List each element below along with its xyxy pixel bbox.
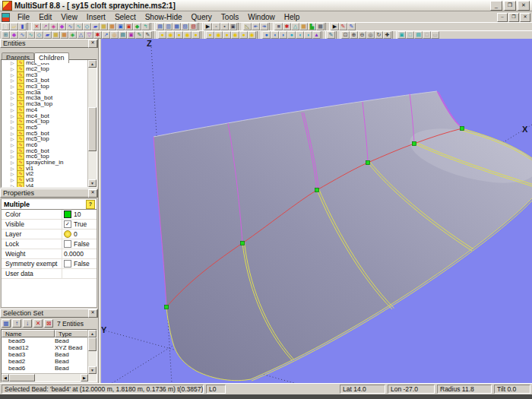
insert-line-icon[interactable]: ∿ xyxy=(18,31,27,39)
help-pin-icon[interactable]: ? xyxy=(86,200,95,209)
layer-bulb-icon[interactable] xyxy=(64,230,71,238)
solid-icon[interactable]: ▰ xyxy=(91,23,100,30)
expander-icon[interactable]: ▷ xyxy=(11,90,15,95)
minimize-button[interactable]: _ xyxy=(490,1,502,11)
table-points-icon[interactable]: ▤ xyxy=(156,23,164,30)
table-offsets-icon[interactable]: ▥ xyxy=(164,23,173,30)
hide-children-icon[interactable]: ◉ xyxy=(214,31,223,39)
property-value[interactable] xyxy=(62,269,97,278)
insert-frame-icon[interactable]: ▤ xyxy=(119,31,127,39)
cube-red-icon[interactable]: ▣ xyxy=(125,23,133,30)
curve-icon[interactable]: ∿ xyxy=(66,23,74,30)
point-icon[interactable]: ◈ xyxy=(49,23,58,30)
move-down-icon[interactable]: ↓ xyxy=(23,319,32,328)
next-view-icon[interactable]: ↠ xyxy=(260,23,268,30)
expander-icon[interactable]: ▷ xyxy=(11,148,15,154)
insert-triangle-icon[interactable]: △ xyxy=(77,31,85,39)
tree-item-mc3_top[interactable]: ▷∿mc3_top xyxy=(2,84,97,90)
entities-close-icon[interactable]: ✕ xyxy=(88,40,97,48)
insert-curve-icon[interactable]: ∿ xyxy=(27,31,35,39)
bead-marker-3[interactable] xyxy=(315,188,319,192)
menu-file[interactable]: File xyxy=(13,12,34,22)
bead-marker-1[interactable] xyxy=(165,306,169,309)
surface-icon[interactable]: ◇ xyxy=(83,23,91,30)
property-value[interactable]: ✓True xyxy=(62,220,97,229)
table-curves-icon[interactable]: ▦ xyxy=(173,23,181,30)
show-curves-icon[interactable]: ◉ xyxy=(231,31,239,39)
insert-solid-icon[interactable]: ◈ xyxy=(68,31,77,39)
tab-children[interactable]: Children xyxy=(34,52,69,63)
menu-window[interactable]: Window xyxy=(243,12,280,22)
zoom-window-icon[interactable]: ⊡ xyxy=(341,31,350,39)
menu-showhide[interactable]: Show-Hide xyxy=(141,12,187,22)
measure-icon[interactable]: ◺ xyxy=(243,23,252,30)
insert-mesh-icon[interactable]: ▦ xyxy=(52,31,60,39)
insert-marker-icon[interactable]: ✱ xyxy=(93,31,102,39)
bead-marker-2[interactable] xyxy=(241,242,245,245)
insert-net-icon[interactable]: ▦ xyxy=(60,31,68,39)
tree-item-mc3a_top[interactable]: ▷∿mc3a_top xyxy=(2,101,97,107)
scroll-up-icon[interactable]: ▲ xyxy=(88,330,97,337)
expander-icon[interactable]: ▷ xyxy=(11,84,15,89)
insert-point-icon[interactable]: ◆ xyxy=(10,31,18,39)
pan-view-icon[interactable]: ✚ xyxy=(383,31,391,39)
table-panels-icon[interactable]: ▧ xyxy=(181,23,189,30)
view-front-icon[interactable]: ◖ xyxy=(296,31,304,39)
polygon-icon[interactable]: △ xyxy=(291,23,299,30)
columns-icon[interactable]: ▦ xyxy=(2,319,11,328)
close-button[interactable]: ✕ xyxy=(518,1,530,11)
select-all-icon[interactable]: ▣ xyxy=(229,23,237,30)
delete-icon[interactable]: ✕ xyxy=(33,23,41,30)
corner-green-icon[interactable]: ▙ xyxy=(308,23,316,30)
menu-view[interactable]: View xyxy=(56,12,82,22)
cube-icon[interactable]: ▣ xyxy=(116,23,125,30)
view-top-icon[interactable]: ● xyxy=(262,31,271,39)
selection-row-bead6[interactable]: bead6Bead xyxy=(2,365,97,372)
insert-plane-icon[interactable]: ▽ xyxy=(85,31,93,39)
new-file-icon[interactable]: ▯ xyxy=(2,23,10,30)
selection-row-bead2[interactable]: bead2Bead xyxy=(2,358,97,365)
multi-view-icon[interactable]: ⊞ xyxy=(2,31,10,39)
restore-button[interactable]: ❐ xyxy=(504,1,516,11)
selection-hscroll-thumb[interactable] xyxy=(9,374,35,382)
selection-close-icon[interactable]: ✕ xyxy=(88,309,97,318)
undo-icon[interactable]: ↰ xyxy=(141,23,150,30)
tree-item-vl3[interactable]: ▷∿vl3 xyxy=(2,177,97,183)
expander-icon[interactable]: ▷ xyxy=(11,142,15,147)
expander-icon[interactable]: ▷ xyxy=(11,166,15,171)
viewport-3d[interactable]: Z X Y xyxy=(101,39,532,383)
expander-icon[interactable]: ▷ xyxy=(11,119,15,124)
insert-snake-icon[interactable]: ◇ xyxy=(35,31,43,39)
expander-icon[interactable]: ▷ xyxy=(11,107,15,112)
insert-cell-icon[interactable]: ▣ xyxy=(127,31,135,39)
scroll-right-icon[interactable]: ▶ xyxy=(81,374,88,382)
zoom-previous-icon[interactable]: ◎ xyxy=(366,31,375,39)
selection-row-bead12[interactable]: bead12XYZ Bead xyxy=(2,344,97,351)
sketch-icon[interactable]: ✎ xyxy=(327,31,335,39)
entities-scrollbar[interactable]: ▲ ▼ xyxy=(87,60,97,187)
move-up-icon[interactable]: ↑ xyxy=(12,319,21,328)
selection-scroll-thumb[interactable] xyxy=(88,337,97,351)
grid-orange-icon[interactable]: ▦ xyxy=(299,23,308,30)
selection-row-bead3[interactable]: bead3Bead xyxy=(2,351,97,358)
mdi-close-button[interactable]: ✕ xyxy=(520,13,530,22)
grid-gray-icon[interactable]: ▦ xyxy=(316,23,325,30)
pencil-blue-icon[interactable]: ✎ xyxy=(347,23,356,30)
pencil-red-icon[interactable]: ✎ xyxy=(339,23,347,30)
insert-vector-icon[interactable]: ↗ xyxy=(102,31,110,39)
zoom-in-icon[interactable]: ⊕ xyxy=(350,31,358,39)
checkbox-icon[interactable] xyxy=(64,260,71,268)
view-perspective-icon[interactable]: ▲ xyxy=(312,31,321,39)
prev-view-icon[interactable]: ↞ xyxy=(252,23,260,30)
rotate-view-icon[interactable]: ↻ xyxy=(375,31,383,39)
tree-item-spraychine_in[interactable]: ▷∿spraychine_in xyxy=(2,160,97,166)
tree-item-vl4[interactable]: ▷∿vl4 xyxy=(2,182,97,188)
expander-icon[interactable]: ▷ xyxy=(11,66,15,71)
show-all-icon[interactable]: ● xyxy=(158,31,166,39)
selection-hscrollbar[interactable]: ◀ ▶ xyxy=(2,373,88,382)
show-labels-icon[interactable]: ◉ xyxy=(248,31,256,39)
checkbox-checked-icon[interactable]: ✓ xyxy=(64,220,71,228)
entity-green-icon[interactable]: ◆ xyxy=(133,23,141,30)
expander-icon[interactable]: ▷ xyxy=(11,60,15,65)
expander-icon[interactable]: ▷ xyxy=(11,177,15,182)
